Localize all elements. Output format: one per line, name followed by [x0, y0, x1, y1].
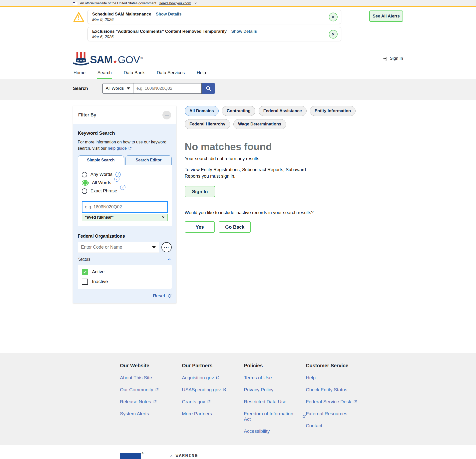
official-site-text: An official website of the United States… — [80, 1, 156, 5]
footer-link-accessibility[interactable]: Accessibility — [244, 429, 306, 434]
footer-link-label: Freedom of Information Act — [244, 411, 300, 422]
svg-text:★ ★ ★: ★ ★ ★ — [77, 59, 85, 62]
search-submit-button[interactable] — [202, 83, 215, 94]
footer-link-about-this-site[interactable]: About This Site — [120, 375, 182, 381]
footer-link-system-alerts[interactable]: System Alerts — [120, 411, 182, 417]
nav-item-data-bank[interactable]: Data Bank — [123, 68, 145, 79]
go-back-button[interactable]: Go Back — [219, 221, 251, 233]
footer-col-title: Our Website — [120, 363, 182, 369]
radio-row-any-words: Any Words i — [82, 172, 168, 177]
federal-org-combobox[interactable] — [78, 242, 159, 253]
tab-simple-search[interactable]: Simple Search — [78, 155, 124, 165]
warning-block: ⚠ WARNING This is a U.S. General Service… — [170, 453, 362, 459]
reset-label: Reset — [153, 293, 165, 299]
federal-org-input[interactable] — [78, 242, 159, 253]
filter-panel-title: Filter By — [78, 112, 96, 118]
no-matches-title: No matches found — [185, 141, 403, 152]
footer-link-help[interactable]: Help — [306, 375, 368, 381]
footer-link-label: Acquisition.gov — [182, 375, 214, 381]
checkbox-row-active[interactable]: Active — [82, 269, 168, 275]
external-link-icon — [353, 400, 357, 404]
login-icon — [383, 56, 388, 61]
federal-organizations-title: Federal Organizations — [78, 234, 172, 239]
footer-link-more-partners[interactable]: More Partners — [182, 411, 244, 417]
check-icon — [83, 271, 87, 273]
footer-link-terms-of-use[interactable]: Terms of Use — [244, 375, 306, 381]
footer-link-federal-service-desk[interactable]: Federal Service Desk — [306, 399, 368, 405]
help-guide-label: help guide — [108, 145, 127, 151]
footer-link-restricted-data-use[interactable]: Restricted Data Use — [244, 399, 306, 405]
footer-link-label: Terms of Use — [244, 375, 272, 381]
info-icon[interactable]: i — [114, 176, 119, 182]
nav-item-data-services[interactable]: Data Services — [156, 68, 185, 79]
more-options-button[interactable]: ⋯ — [161, 242, 172, 252]
info-icon[interactable]: i — [120, 185, 125, 190]
filter-panel: Filter By Keyword Search For more inform… — [73, 106, 176, 303]
alert-title: Exclusions “Additional Comments” Content… — [92, 29, 227, 34]
chip-remove-button[interactable]: × — [162, 215, 164, 220]
alert-close-button[interactable] — [329, 12, 338, 21]
footer-link-acquisition-gov[interactable]: Acquisition.gov — [182, 375, 244, 381]
footer-link-check-entity-status[interactable]: Check Entity Status — [306, 387, 368, 393]
search-mode-select[interactable]: All Words — [102, 83, 133, 94]
domain-tab-wage-determinations[interactable]: Wage Determinations — [233, 119, 286, 129]
footer-link-label: Restricted Data Use — [244, 399, 286, 405]
footer-link-privacy-policy[interactable]: Privacy Policy — [244, 387, 306, 393]
sign-in-button[interactable]: Sign In — [185, 186, 215, 197]
alert-close-button[interactable] — [329, 30, 338, 38]
yes-button[interactable]: Yes — [185, 221, 215, 233]
alert-show-details-link[interactable]: Show Details — [231, 29, 257, 33]
footer-link-our-community[interactable]: Our Community — [120, 387, 182, 393]
see-all-alerts-button[interactable]: See All Alerts — [369, 10, 403, 22]
radio-exact-phrase-label: Exact Phrase — [90, 188, 117, 194]
alert-title: Scheduled SAM Maintenance — [92, 12, 151, 16]
search-band-label: Search — [73, 86, 102, 91]
collapse-filters-button[interactable] — [162, 111, 171, 119]
inactive-records-question: Would you like to include inactive recor… — [185, 210, 403, 215]
footer-link-grants-gov[interactable]: Grants.gov — [182, 399, 244, 405]
footer-link-contact[interactable]: Contact — [306, 423, 368, 429]
footer-link-release-notes[interactable]: Release Notes — [120, 399, 182, 405]
keyword-chip-text: "syed rukhsar" — [85, 215, 114, 220]
footer-link-label: Contact — [306, 423, 322, 429]
header-sign-in-link[interactable]: Sign In — [383, 56, 403, 61]
alert-show-details-link[interactable]: Show Details — [156, 12, 182, 16]
site-footer: Our Website About This Site Our Communit… — [0, 353, 476, 445]
help-guide-link[interactable]: help guide — [108, 145, 132, 151]
checkbox-inactive[interactable] — [82, 279, 88, 285]
tab-search-editor[interactable]: Search Editor — [125, 155, 172, 165]
caret-down-icon — [152, 246, 156, 248]
footer-link-external-resources[interactable]: External Resources — [306, 411, 368, 417]
radio-any-words[interactable] — [82, 172, 87, 177]
footer-link-label: Grants.gov — [182, 399, 205, 405]
footer-link-usaspending-gov[interactable]: USASpending.gov — [182, 387, 244, 393]
footer-col-our-partners: Our Partners Acquisition.gov USASpending… — [182, 363, 244, 434]
warning-triangle-glyph: ⚠ — [170, 453, 173, 459]
domain-tab-all-domains[interactable]: All Domains — [185, 106, 219, 116]
domain-tab-federal-assistance[interactable]: Federal Assistance — [259, 106, 307, 116]
warning-title: WARNING — [176, 453, 198, 458]
footer-link-label: Our Community — [120, 387, 153, 393]
checkbox-row-inactive[interactable]: Inactive — [82, 279, 168, 285]
sam-gov-logo[interactable]: ★ ★ ★ SAM ★ GOV ® — [73, 51, 143, 66]
radio-row-exact-phrase: Exact Phrase i — [82, 188, 168, 194]
site-alerts-band: Scheduled SAM Maintenance Show Details M… — [0, 7, 476, 46]
nav-item-help[interactable]: Help — [196, 68, 206, 79]
how-you-know-link[interactable]: Here's how you know — [159, 1, 191, 5]
global-search-input[interactable] — [133, 83, 202, 94]
domain-tab-entity-information[interactable]: Entity Information — [310, 106, 356, 116]
footer-col-policies: Policies Terms of Use Privacy Policy Res… — [244, 363, 306, 434]
radio-all-words[interactable] — [82, 180, 89, 186]
footer-link-foia[interactable]: Freedom of Information Act — [244, 411, 306, 422]
keyword-search-input[interactable] — [82, 201, 168, 213]
checkbox-active[interactable] — [82, 269, 88, 275]
reset-filters-link[interactable]: Reset — [78, 293, 172, 299]
radio-exact-phrase[interactable] — [82, 188, 87, 194]
domain-tab-federal-hierarchy[interactable]: Federal Hierarchy — [185, 119, 230, 129]
domain-tab-contracting[interactable]: Contracting — [222, 106, 255, 116]
nav-item-home[interactable]: Home — [73, 68, 86, 79]
results-area: All Domains Contracting Federal Assistan… — [176, 106, 403, 233]
nav-item-search[interactable]: Search — [97, 68, 112, 79]
status-section-header[interactable]: Status — [78, 257, 172, 262]
external-link-icon — [302, 415, 306, 418]
